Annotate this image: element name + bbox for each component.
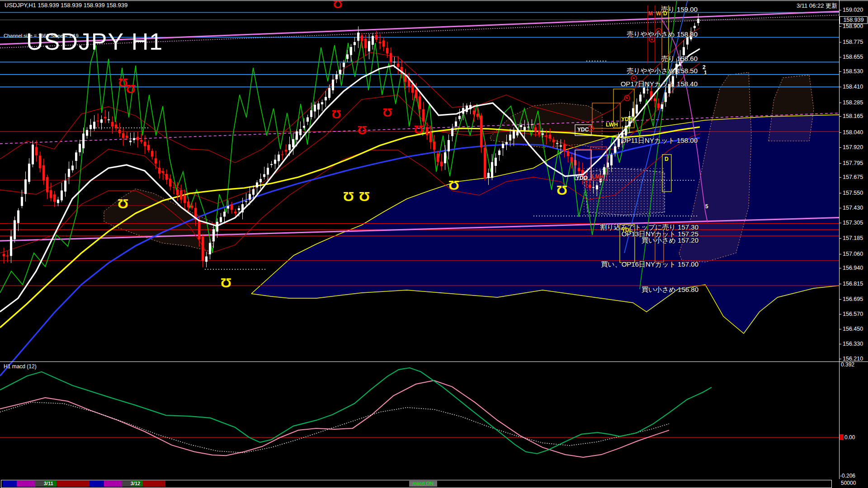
window-top-border	[0, 0, 868, 1]
svg-text:Ω: Ω	[383, 106, 392, 119]
svg-text:Ω: Ω	[414, 123, 424, 136]
timeline-segment[interactable]	[122, 481, 132, 487]
axis-tick	[839, 87, 841, 87]
price-axis-line	[839, 0, 840, 479]
timeline-segment[interactable]	[17, 481, 35, 487]
axis-tick	[839, 344, 841, 344]
axis-tick	[839, 329, 841, 329]
timeline-segment[interactable]	[35, 481, 44, 487]
current-price-box: 158.939	[840, 16, 868, 24]
axis-tick	[839, 42, 841, 42]
axis-tick	[839, 132, 841, 133]
panel-divider[interactable]	[0, 361, 868, 362]
timeline-date-label: 3/11	[44, 481, 53, 486]
axis-tick	[839, 208, 841, 208]
axis-tick	[839, 147, 841, 148]
axis-tick	[839, 299, 841, 300]
svg-text:Ω: Ω	[332, 108, 341, 121]
svg-text:Ω: Ω	[118, 197, 128, 211]
axis-tick	[839, 284, 841, 284]
axis-tick	[839, 103, 841, 103]
axis-tick	[839, 223, 841, 223]
price-chart-canvas: ΩΩΩΩΩΩΩΩΩΩΩΩΩ	[0, 0, 868, 488]
timeline-segment[interactable]	[104, 481, 122, 487]
svg-text:Ω: Ω	[333, 0, 343, 11]
axis-tick	[839, 163, 841, 164]
axis-tick	[839, 193, 841, 193]
svg-text:Ω: Ω	[358, 123, 367, 137]
axis-tick	[839, 116, 841, 117]
axis-tick	[839, 314, 841, 314]
svg-text:Ω: Ω	[126, 82, 136, 96]
svg-text:Ω: Ω	[448, 178, 459, 193]
timeline-segment[interactable]	[143, 481, 165, 487]
axis-tick	[839, 177, 841, 178]
axis-tick	[839, 238, 841, 239]
svg-text:Ω: Ω	[343, 189, 354, 204]
timeline-segment[interactable]	[3, 481, 17, 487]
axis-tick	[839, 57, 841, 57]
timeline-segment[interactable]	[90, 481, 104, 487]
axis-tick	[839, 71, 841, 72]
svg-text:Ω: Ω	[557, 183, 567, 198]
svg-text:Ω: Ω	[359, 189, 370, 204]
axis-tick	[839, 359, 841, 359]
macd-toggle-button[interactable]: macd ON	[409, 481, 437, 487]
mt4-chart-window: ΩΩΩΩΩΩΩΩΩΩΩΩΩ USDJPY H1 USDJPY,H1 158.93…	[0, 0, 868, 488]
timeline-date-label: 3/12	[131, 481, 140, 486]
axis-tick	[839, 254, 841, 254]
timeline-segment[interactable]	[57, 481, 90, 487]
svg-text:Ω: Ω	[221, 276, 231, 291]
macd-zero-marker	[840, 434, 844, 440]
axis-tick	[839, 26, 841, 27]
axis-tick	[839, 10, 841, 10]
axis-tick	[839, 268, 841, 268]
chart-layers: ΩΩΩΩΩΩΩΩΩΩΩΩΩ	[0, 0, 864, 457]
